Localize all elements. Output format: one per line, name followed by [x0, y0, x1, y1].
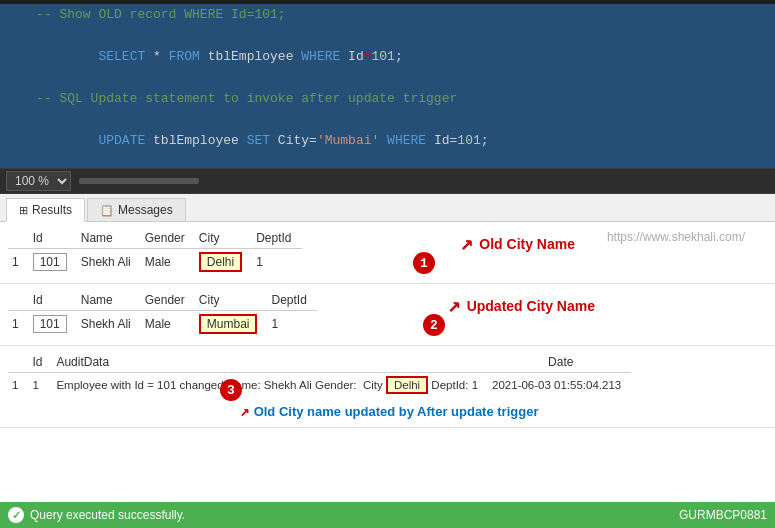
- main-wrapper: -- Show OLD record WHERE Id=101; SELECT …: [0, 0, 775, 528]
- col-city-1: City: [195, 228, 252, 249]
- table-row: 1 1 Employee with Id = 101 changed Name:…: [8, 373, 631, 398]
- results-icon: ⊞: [19, 204, 28, 217]
- col-name-2: Name: [77, 290, 141, 311]
- cell-deptid-1: 1: [252, 249, 301, 276]
- circle-2: 2: [423, 314, 445, 336]
- cell-city-1: Delhi: [195, 249, 252, 276]
- result-table-3: Id AuditData Date 1 1 Employee with Id =…: [8, 352, 631, 397]
- status-bar: Query executed successfully. GURMBCP0881: [0, 502, 775, 528]
- cell-id-2: 101: [29, 311, 77, 338]
- result-table-1: Id Name Gender City DeptId 1 101 Shekh A…: [8, 228, 302, 275]
- results-panel: ⊞ Results 📋 Messages Id Name Gender City: [0, 194, 775, 502]
- circle-3: 3: [220, 379, 242, 401]
- code-line-1: -- Show OLD record WHERE Id=101;: [0, 4, 775, 26]
- cell-id-3: 1: [28, 373, 52, 398]
- annotation-label-1: Old City Name: [479, 236, 575, 252]
- col-city-2: City: [195, 290, 268, 311]
- annotation-2: ↗ Updated City Name: [447, 292, 595, 319]
- tabs-row: ⊞ Results 📋 Messages: [0, 194, 775, 222]
- cell-gender-1: Male: [141, 249, 195, 276]
- result2-header: Id Name Gender City DeptId: [8, 290, 317, 311]
- cell-deptid-2: 1: [267, 311, 316, 338]
- annotation-label-2: Updated City Name: [467, 298, 595, 314]
- tab-messages[interactable]: 📋 Messages: [87, 198, 186, 221]
- result1-header: Id Name Gender City DeptId: [8, 228, 302, 249]
- cell-name-2: Shekh Ali: [77, 311, 141, 338]
- row-num-3: 1: [8, 373, 28, 398]
- messages-icon: 📋: [100, 204, 114, 217]
- col-auditdata: AuditData: [52, 352, 488, 373]
- table-row: 1 101 Shekh Ali Male Mumbai 1: [8, 311, 317, 338]
- code-line-3: -- SQL Update statement to invoke after …: [0, 88, 775, 110]
- cell-gender-2: Male: [141, 311, 195, 338]
- tab-results-label: Results: [32, 203, 72, 217]
- col-id-1: Id: [29, 228, 77, 249]
- col-gender-1: Gender: [141, 228, 195, 249]
- arrow-icon-2: ↗: [447, 292, 460, 319]
- col-rownum: [8, 228, 29, 249]
- result-table-2: Id Name Gender City DeptId 1 101 Shekh A…: [8, 290, 317, 337]
- arrow-icon-1: ↗: [460, 230, 473, 257]
- annotation-1: ↗ Old City Name: [460, 230, 575, 257]
- horizontal-scrollbar[interactable]: [79, 178, 199, 184]
- row-num-2: 1: [8, 311, 29, 338]
- col-rownum-3: [8, 352, 28, 373]
- circle-1: 1: [413, 252, 435, 274]
- col-date: Date: [488, 352, 631, 373]
- table-row: 1 101 Shekh Ali Male Delhi 1: [8, 249, 302, 276]
- status-server: GURMBCP0881: [679, 508, 767, 522]
- cell-auditdata: Employee with Id = 101 changed Name: She…: [52, 373, 488, 398]
- annotation-3: ↗ Old City name updated by After update …: [240, 401, 538, 421]
- bottom-annotation-label: Old City name updated by After update tr…: [254, 404, 539, 419]
- cell-date: 2021-06-03 01:55:04.213: [488, 373, 631, 398]
- col-deptid-1: DeptId: [252, 228, 301, 249]
- col-id-2: Id: [29, 290, 77, 311]
- col-name-1: Name: [77, 228, 141, 249]
- status-message-text: Query executed successfully.: [30, 508, 185, 522]
- status-check-icon: [8, 507, 24, 523]
- result-section-2: Id Name Gender City DeptId 1 101 Shekh A…: [0, 284, 775, 346]
- col-rownum-2: [8, 290, 29, 311]
- result-section-3: Id AuditData Date 1 1 Employee with Id =…: [0, 346, 775, 428]
- code-line-4: UPDATE tblEmployee SET City='Mumbai' WHE…: [0, 110, 775, 168]
- cell-id-1: 101: [29, 249, 77, 276]
- cell-city-2: Mumbai: [195, 311, 268, 338]
- col-deptid-2: DeptId: [267, 290, 316, 311]
- tab-results[interactable]: ⊞ Results: [6, 198, 85, 222]
- toolbar: 100 % 75 % 125 %: [0, 168, 775, 194]
- tab-messages-label: Messages: [118, 203, 173, 217]
- result3-header: Id AuditData Date: [8, 352, 631, 373]
- col-gender-2: Gender: [141, 290, 195, 311]
- arrow-icon-3: ↗: [240, 401, 250, 421]
- row-num-1: 1: [8, 249, 29, 276]
- cell-name-1: Shekh Ali: [77, 249, 141, 276]
- col-id-3: Id: [28, 352, 52, 373]
- code-editor: -- Show OLD record WHERE Id=101; SELECT …: [0, 0, 775, 168]
- zoom-select[interactable]: 100 % 75 % 125 %: [6, 171, 71, 191]
- result-section-1: Id Name Gender City DeptId 1 101 Shekh A…: [0, 222, 775, 284]
- code-line-2: SELECT * FROM tblEmployee WHERE Id=101;: [0, 26, 775, 88]
- status-message: Query executed successfully.: [8, 507, 185, 523]
